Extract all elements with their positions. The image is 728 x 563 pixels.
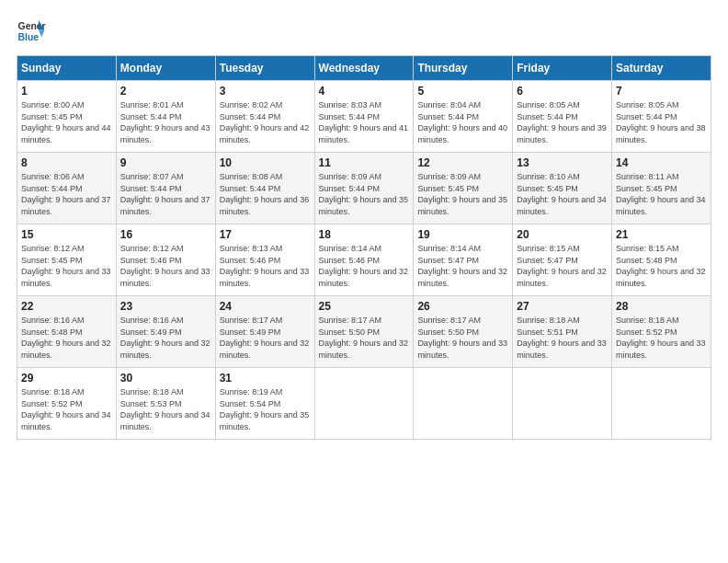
day-detail: Sunrise: 8:01 AMSunset: 5:44 PMDaylight:… [120,100,210,144]
day-number: 27 [517,300,608,313]
day-number: 30 [120,372,211,385]
day-detail: Sunrise: 8:16 AMSunset: 5:48 PMDaylight:… [21,316,111,360]
calendar-cell: 14 Sunrise: 8:11 AMSunset: 5:45 PMDaylig… [612,153,711,224]
calendar-cell: 23 Sunrise: 8:16 AMSunset: 5:49 PMDaylig… [116,296,215,368]
day-number: 9 [120,156,211,169]
calendar-cell: 20 Sunrise: 8:15 AMSunset: 5:47 PMDaylig… [513,224,612,296]
day-detail: Sunrise: 8:09 AMSunset: 5:44 PMDaylight:… [319,172,409,216]
svg-text:Blue: Blue [18,32,40,42]
day-number: 15 [21,228,112,241]
svg-marker-3 [39,29,44,37]
weekday-header-saturday: Saturday [612,56,711,81]
day-detail: Sunrise: 8:12 AMSunset: 5:45 PMDaylight:… [21,244,111,288]
page: General Blue SundayMondayTuesdayWednesda… [0,0,728,563]
calendar-cell: 28 Sunrise: 8:18 AMSunset: 5:52 PMDaylig… [612,296,711,368]
day-number: 24 [220,300,311,313]
day-number: 14 [616,156,707,169]
week-row-4: 22 Sunrise: 8:16 AMSunset: 5:48 PMDaylig… [17,296,711,368]
day-detail: Sunrise: 8:10 AMSunset: 5:45 PMDaylight:… [517,172,607,216]
calendar-cell: 10 Sunrise: 8:08 AMSunset: 5:44 PMDaylig… [215,153,314,224]
calendar: SundayMondayTuesdayWednesdayThursdayFrid… [17,55,711,440]
week-row-3: 15 Sunrise: 8:12 AMSunset: 5:45 PMDaylig… [17,224,711,296]
week-row-1: 1 Sunrise: 8:00 AMSunset: 5:45 PMDayligh… [17,81,711,153]
day-number: 10 [220,156,311,169]
day-detail: Sunrise: 8:07 AMSunset: 5:44 PMDaylight:… [120,172,210,216]
calendar-cell: 9 Sunrise: 8:07 AMSunset: 5:44 PMDayligh… [116,153,215,224]
day-number: 2 [120,85,211,98]
day-detail: Sunrise: 8:11 AMSunset: 5:45 PMDaylight:… [616,172,706,216]
day-detail: Sunrise: 8:18 AMSunset: 5:53 PMDaylight:… [120,387,210,431]
calendar-cell: 15 Sunrise: 8:12 AMSunset: 5:45 PMDaylig… [17,224,117,296]
calendar-cell: 12 Sunrise: 8:09 AMSunset: 5:45 PMDaylig… [414,153,513,224]
day-detail: Sunrise: 8:03 AMSunset: 5:44 PMDaylight:… [319,100,409,144]
weekday-header-tuesday: Tuesday [215,56,314,81]
calendar-cell: 27 Sunrise: 8:18 AMSunset: 5:51 PMDaylig… [513,296,612,368]
weekday-header-thursday: Thursday [414,56,513,81]
calendar-cell: 1 Sunrise: 8:00 AMSunset: 5:45 PMDayligh… [17,81,117,153]
calendar-cell: 26 Sunrise: 8:17 AMSunset: 5:50 PMDaylig… [414,296,513,368]
week-row-2: 8 Sunrise: 8:06 AMSunset: 5:44 PMDayligh… [17,153,711,224]
calendar-cell: 8 Sunrise: 8:06 AMSunset: 5:44 PMDayligh… [17,153,117,224]
day-number: 5 [417,85,508,98]
day-detail: Sunrise: 8:00 AMSunset: 5:45 PMDaylight:… [21,100,111,144]
day-number: 3 [220,85,311,98]
day-number: 28 [616,300,707,313]
logo-icon: General Blue [17,17,46,46]
calendar-cell: 19 Sunrise: 8:14 AMSunset: 5:47 PMDaylig… [414,224,513,296]
calendar-cell: 5 Sunrise: 8:04 AMSunset: 5:44 PMDayligh… [414,81,513,153]
calendar-cell: 16 Sunrise: 8:12 AMSunset: 5:46 PMDaylig… [116,224,215,296]
day-detail: Sunrise: 8:17 AMSunset: 5:50 PMDaylight:… [319,316,409,360]
day-detail: Sunrise: 8:08 AMSunset: 5:44 PMDaylight:… [220,172,310,216]
day-detail: Sunrise: 8:12 AMSunset: 5:46 PMDaylight:… [120,244,210,288]
day-number: 22 [21,300,112,313]
calendar-cell: 13 Sunrise: 8:10 AMSunset: 5:45 PMDaylig… [513,153,612,224]
day-number: 13 [517,156,608,169]
day-detail: Sunrise: 8:09 AMSunset: 5:45 PMDaylight:… [417,172,507,216]
day-detail: Sunrise: 8:17 AMSunset: 5:49 PMDaylight:… [220,316,310,360]
day-number: 25 [319,300,410,313]
day-detail: Sunrise: 8:19 AMSunset: 5:54 PMDaylight:… [220,387,310,431]
day-detail: Sunrise: 8:05 AMSunset: 5:44 PMDaylight:… [517,100,607,144]
calendar-cell: 6 Sunrise: 8:05 AMSunset: 5:44 PMDayligh… [513,81,612,153]
day-detail: Sunrise: 8:18 AMSunset: 5:51 PMDaylight:… [517,316,607,360]
calendar-cell: 24 Sunrise: 8:17 AMSunset: 5:49 PMDaylig… [215,296,314,368]
day-number: 16 [120,228,211,241]
day-detail: Sunrise: 8:18 AMSunset: 5:52 PMDaylight:… [616,316,706,360]
weekday-header-friday: Friday [513,56,612,81]
day-number: 20 [517,228,608,241]
day-detail: Sunrise: 8:18 AMSunset: 5:52 PMDaylight:… [21,387,111,431]
day-detail: Sunrise: 8:06 AMSunset: 5:44 PMDaylight:… [21,172,111,216]
day-number: 19 [417,228,508,241]
day-number: 23 [120,300,211,313]
day-detail: Sunrise: 8:14 AMSunset: 5:46 PMDaylight:… [319,244,409,288]
day-number: 6 [517,85,608,98]
calendar-cell [612,368,711,440]
calendar-cell: 4 Sunrise: 8:03 AMSunset: 5:44 PMDayligh… [314,81,414,153]
day-detail: Sunrise: 8:15 AMSunset: 5:47 PMDaylight:… [517,244,607,288]
calendar-cell: 11 Sunrise: 8:09 AMSunset: 5:44 PMDaylig… [314,153,414,224]
calendar-cell [513,368,612,440]
calendar-cell: 3 Sunrise: 8:02 AMSunset: 5:44 PMDayligh… [215,81,314,153]
calendar-cell: 25 Sunrise: 8:17 AMSunset: 5:50 PMDaylig… [314,296,414,368]
day-number: 29 [21,372,112,385]
day-detail: Sunrise: 8:17 AMSunset: 5:50 PMDaylight:… [417,316,507,360]
day-number: 21 [616,228,707,241]
calendar-cell: 22 Sunrise: 8:16 AMSunset: 5:48 PMDaylig… [17,296,117,368]
day-detail: Sunrise: 8:13 AMSunset: 5:46 PMDaylight:… [220,244,310,288]
calendar-cell: 29 Sunrise: 8:18 AMSunset: 5:52 PMDaylig… [17,368,117,440]
calendar-cell: 31 Sunrise: 8:19 AMSunset: 5:54 PMDaylig… [215,368,314,440]
day-detail: Sunrise: 8:02 AMSunset: 5:44 PMDaylight:… [220,100,310,144]
calendar-cell: 7 Sunrise: 8:05 AMSunset: 5:44 PMDayligh… [612,81,711,153]
calendar-cell: 21 Sunrise: 8:15 AMSunset: 5:48 PMDaylig… [612,224,711,296]
weekday-header-monday: Monday [116,56,215,81]
day-detail: Sunrise: 8:14 AMSunset: 5:47 PMDaylight:… [417,244,507,288]
day-number: 12 [417,156,508,169]
header: General Blue [17,17,711,46]
logo: General Blue [17,17,46,46]
day-number: 7 [616,85,707,98]
week-row-5: 29 Sunrise: 8:18 AMSunset: 5:52 PMDaylig… [17,368,711,440]
calendar-cell [414,368,513,440]
calendar-cell [314,368,414,440]
day-number: 8 [21,156,112,169]
calendar-cell: 30 Sunrise: 8:18 AMSunset: 5:53 PMDaylig… [116,368,215,440]
